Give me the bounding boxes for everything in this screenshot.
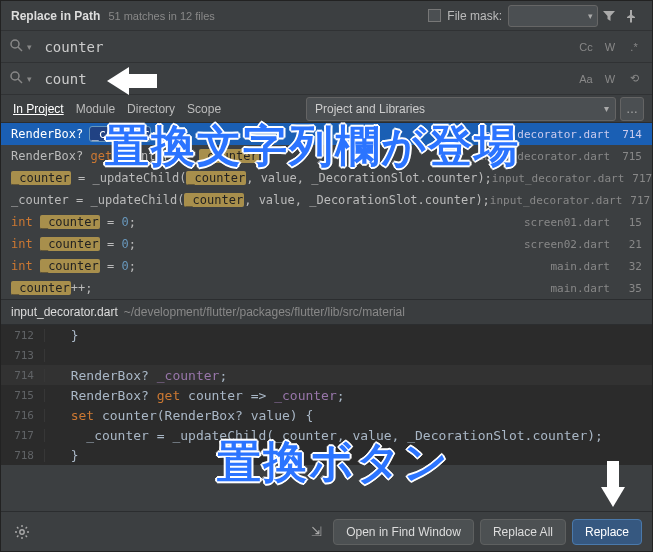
replace-button[interactable]: Replace [572,519,642,545]
preview-filepath: ~/development/flutter/packages/flutter/l… [124,305,405,319]
svg-point-0 [11,40,19,48]
svg-line-12 [26,527,27,528]
search-input[interactable] [36,39,572,55]
gutter-lineno: 718 [1,449,45,462]
file-mask-label: File mask: [447,9,502,23]
editor-line[interactable]: 712 } [1,325,652,345]
scope-tab-scope[interactable]: Scope [183,102,225,116]
svg-line-11 [17,535,18,536]
result-lineno: 715 [618,150,642,163]
editor-line[interactable]: 716 set counter(RenderBox? value) { [1,405,652,425]
regex-toggle[interactable]: .* [624,37,644,57]
result-line[interactable]: int _counter = 0;main.dart32 [1,255,652,277]
preview-filename: input_decorator.dart [11,305,118,319]
result-lineno: 714 [618,128,642,141]
match-case-toggle[interactable]: Cc [576,37,596,57]
result-line[interactable]: _counter++;main.dart35 [1,277,652,299]
scope-tab-module[interactable]: Module [72,102,119,116]
scope-browse-button[interactable]: … [620,97,644,121]
svg-line-9 [17,527,18,528]
result-file: main.dart [550,282,610,295]
svg-line-3 [18,79,22,83]
result-line[interactable]: RenderBox? get counter => _counter;input… [1,145,652,167]
results-list[interactable]: RenderBox? _counter;input_decorator.dart… [1,123,652,299]
preview-editor[interactable]: 712 }713714 RenderBox? _counter;715 Rend… [1,325,652,465]
titlebar: Replace in Path 51 matches in 12 files F… [1,1,652,31]
annotation-arrow-down [601,487,625,507]
file-mask-checkbox[interactable] [428,9,441,22]
result-file: input_decorator.dart [478,150,610,163]
result-line[interactable]: _counter = _updateChild(_counter, value,… [1,167,652,189]
new-window-icon[interactable]: ⇲ [305,521,327,543]
search-icon [9,38,23,55]
file-mask-group: File mask: ▾ [428,5,598,27]
scope-tab-project[interactable]: In Project [9,102,68,116]
replace-icon [9,70,23,87]
pin-icon[interactable] [620,5,642,27]
result-file: input_decorator.dart [490,194,622,207]
annotation-arrow-left [107,67,129,95]
replace-words-toggle[interactable]: W [600,69,620,89]
result-lineno: 15 [618,216,642,229]
svg-line-10 [26,535,27,536]
result-lineno: 717 [630,194,650,207]
result-file: main.dart [550,260,610,273]
result-line[interactable]: int _counter = 0;screen01.dart15 [1,211,652,233]
scope-combo[interactable]: Project and Libraries [306,97,616,121]
replace-all-button[interactable]: Replace All [480,519,566,545]
svg-line-1 [18,47,22,51]
match-count: 51 matches in 12 files [108,10,214,22]
result-lineno: 717 [632,172,652,185]
svg-point-2 [11,72,19,80]
file-mask-combo[interactable]: ▾ [508,5,598,27]
result-line[interactable]: _counter = _updateChild(_counter, value,… [1,189,652,211]
gutter-lineno: 715 [1,389,45,402]
settings-icon[interactable] [11,521,33,543]
result-lineno: 35 [618,282,642,295]
editor-line[interactable]: 714 RenderBox? _counter; [1,365,652,385]
words-toggle[interactable]: W [600,37,620,57]
gutter-lineno: 713 [1,349,45,362]
search-row: ▾ Cc W .* [1,31,652,63]
result-lineno: 21 [618,238,642,251]
footer: ⇲ Open in Find Window Replace All Replac… [1,511,652,551]
result-file: input_decorator.dart [492,172,624,185]
preview-path: input_decorator.dart ~/development/flutt… [1,299,652,325]
editor-line[interactable]: 713 [1,345,652,365]
result-file: screen01.dart [524,216,610,229]
replace-regex-toggle[interactable]: ⟲ [624,69,644,89]
gutter-lineno: 716 [1,409,45,422]
svg-point-4 [20,529,24,533]
preserve-case-toggle[interactable]: Aa [576,69,596,89]
scope-row: In Project Module Directory Scope Projec… [1,95,652,123]
result-file: screen02.dart [524,238,610,251]
replace-row: ▾ Aa W ⟲ [1,63,652,95]
open-in-find-window-button[interactable]: Open in Find Window [333,519,474,545]
replace-history-icon[interactable]: ▾ [27,74,32,84]
result-line[interactable]: RenderBox? _counter;input_decorator.dart… [1,123,652,145]
gutter-lineno: 717 [1,429,45,442]
filter-icon[interactable] [598,5,620,27]
gutter-lineno: 714 [1,369,45,382]
gutter-lineno: 712 [1,329,45,342]
result-line[interactable]: int _counter = 0;screen02.dart21 [1,233,652,255]
search-history-icon[interactable]: ▾ [27,42,32,52]
scope-tab-directory[interactable]: Directory [123,102,179,116]
dialog-title: Replace in Path [11,9,100,23]
editor-line[interactable]: 718 } [1,445,652,465]
editor-line[interactable]: 715 RenderBox? get counter => _counter; [1,385,652,405]
result-lineno: 32 [618,260,642,273]
result-file: input_decorator.dart [478,128,610,141]
editor-line[interactable]: 717 _counter = _updateChild(_counter, va… [1,425,652,445]
